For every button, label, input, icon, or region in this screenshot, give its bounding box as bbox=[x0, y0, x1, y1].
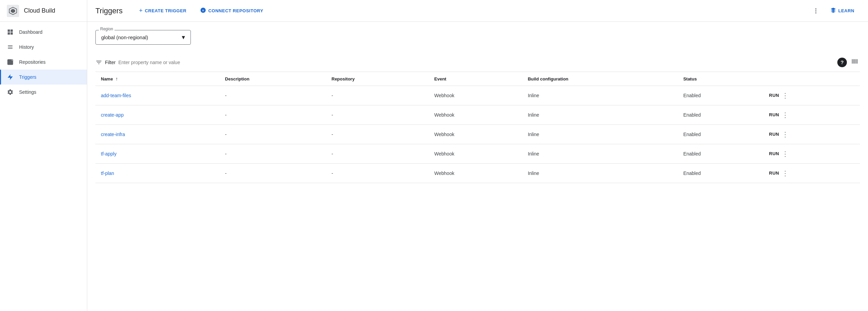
cell-description: - bbox=[219, 164, 326, 183]
sidebar-item-label-repos: Repositories bbox=[19, 59, 46, 65]
cell-event: Webhook bbox=[429, 125, 522, 144]
cell-status: Enabled bbox=[678, 164, 764, 183]
learn-button[interactable]: LEARN bbox=[825, 4, 860, 17]
cell-name: create-infra bbox=[95, 125, 219, 144]
cell-event: Webhook bbox=[429, 86, 522, 105]
svg-point-6 bbox=[815, 10, 816, 11]
history-icon bbox=[7, 44, 14, 50]
trigger-name-link[interactable]: add-team-files bbox=[101, 93, 131, 98]
table-row: create-infra - - Webhook Inline Enabled … bbox=[95, 125, 860, 144]
cell-status: Enabled bbox=[678, 86, 764, 105]
run-button[interactable]: RUN bbox=[769, 132, 779, 137]
cell-actions: RUN ⋮ bbox=[764, 125, 860, 144]
run-button[interactable]: RUN bbox=[769, 171, 779, 176]
dashboard-icon bbox=[7, 29, 14, 35]
cell-event: Webhook bbox=[429, 164, 522, 183]
cell-actions: RUN ⋮ bbox=[764, 105, 860, 125]
help-button[interactable]: ? bbox=[837, 58, 847, 67]
cell-build-config: Inline bbox=[522, 164, 678, 183]
plus-icon: + bbox=[139, 7, 143, 14]
sidebar-title: Cloud Build bbox=[24, 7, 55, 14]
svg-point-7 bbox=[815, 12, 816, 13]
sidebar: Cloud Build Dashboard History Repositori… bbox=[0, 0, 87, 311]
cell-repository: - bbox=[326, 105, 429, 125]
filter-input[interactable] bbox=[118, 60, 835, 65]
col-header-description: Description bbox=[219, 72, 326, 86]
cell-repository: - bbox=[326, 144, 429, 164]
filter-bar: Filter ? bbox=[95, 53, 860, 72]
main-content: Triggers + CREATE TRIGGER CONNECT REPOSI… bbox=[87, 0, 868, 311]
learn-label: LEARN bbox=[838, 8, 854, 13]
filter-icon bbox=[95, 59, 102, 66]
create-trigger-label: CREATE TRIGGER bbox=[145, 8, 186, 13]
filter-right: ? bbox=[837, 56, 860, 68]
sidebar-item-label-dashboard: Dashboard bbox=[19, 29, 43, 35]
trigger-name-link[interactable]: tf-apply bbox=[101, 151, 117, 157]
sidebar-item-settings[interactable]: Settings bbox=[0, 85, 87, 100]
row-more-button[interactable]: ⋮ bbox=[780, 149, 790, 159]
cell-description: - bbox=[219, 125, 326, 144]
cell-actions: RUN ⋮ bbox=[764, 164, 860, 183]
settings-icon bbox=[7, 89, 14, 95]
cell-description: - bbox=[219, 144, 326, 164]
sidebar-item-label-triggers: Triggers bbox=[19, 74, 36, 80]
svg-point-4 bbox=[10, 62, 11, 63]
cell-event: Webhook bbox=[429, 105, 522, 125]
row-more-button[interactable]: ⋮ bbox=[780, 168, 790, 178]
row-more-button[interactable]: ⋮ bbox=[780, 91, 790, 100]
connect-repository-button[interactable]: CONNECT REPOSITORY bbox=[195, 4, 269, 17]
topbar-actions: + CREATE TRIGGER CONNECT REPOSITORY bbox=[134, 4, 802, 17]
content-area: Region global (non-regional) ▼ Filter ? bbox=[87, 22, 868, 311]
topbar-right: LEARN bbox=[810, 4, 860, 17]
run-button[interactable]: RUN bbox=[769, 93, 779, 98]
row-more-button[interactable]: ⋮ bbox=[780, 110, 790, 120]
run-button[interactable]: RUN bbox=[769, 151, 779, 156]
cell-description: - bbox=[219, 86, 326, 105]
col-header-name[interactable]: Name ↑ bbox=[95, 72, 219, 86]
table-header-row: Name ↑ Description Repository Event Buil… bbox=[95, 72, 860, 86]
sidebar-nav: Dashboard History Repositories Triggers bbox=[0, 22, 87, 102]
row-more-button[interactable]: ⋮ bbox=[780, 130, 790, 139]
connect-repo-label: CONNECT REPOSITORY bbox=[208, 8, 263, 13]
trigger-name-link[interactable]: create-infra bbox=[101, 132, 125, 137]
cell-event: Webhook bbox=[429, 144, 522, 164]
table-row: tf-apply - - Webhook Inline Enabled RUN … bbox=[95, 144, 860, 164]
more-options-button[interactable] bbox=[810, 5, 822, 17]
sidebar-item-triggers[interactable]: Triggers bbox=[0, 70, 87, 85]
cloud-build-logo bbox=[7, 5, 19, 17]
region-select[interactable]: global (non-regional) bbox=[95, 30, 191, 45]
connect-repo-icon bbox=[200, 7, 206, 14]
triggers-table: Name ↑ Description Repository Event Buil… bbox=[95, 72, 860, 183]
cell-name: create-app bbox=[95, 105, 219, 125]
region-label: Region bbox=[99, 27, 115, 31]
table-row: tf-plan - - Webhook Inline Enabled RUN ⋮ bbox=[95, 164, 860, 183]
region-select-wrapper: Region global (non-regional) ▼ bbox=[95, 30, 191, 45]
run-button[interactable]: RUN bbox=[769, 112, 779, 117]
col-name-label: Name bbox=[101, 76, 113, 82]
cell-repository: - bbox=[326, 86, 429, 105]
cell-name: add-team-files bbox=[95, 86, 219, 105]
filter-label: Filter bbox=[105, 60, 116, 65]
sidebar-item-repositories[interactable]: Repositories bbox=[0, 55, 87, 70]
page-title: Triggers bbox=[95, 6, 123, 15]
column-toggle-button[interactable] bbox=[850, 56, 860, 68]
sidebar-item-dashboard[interactable]: Dashboard bbox=[0, 25, 87, 40]
triggers-icon bbox=[7, 74, 14, 80]
cell-build-config: Inline bbox=[522, 144, 678, 164]
cell-status: Enabled bbox=[678, 144, 764, 164]
trigger-name-link[interactable]: create-app bbox=[101, 112, 124, 118]
cell-status: Enabled bbox=[678, 105, 764, 125]
sidebar-header: Cloud Build bbox=[0, 0, 87, 22]
cell-repository: - bbox=[326, 164, 429, 183]
cell-build-config: Inline bbox=[522, 86, 678, 105]
create-trigger-button[interactable]: + CREATE TRIGGER bbox=[134, 4, 192, 17]
cell-status: Enabled bbox=[678, 125, 764, 144]
cell-build-config: Inline bbox=[522, 125, 678, 144]
trigger-name-link[interactable]: tf-plan bbox=[101, 171, 114, 176]
svg-point-5 bbox=[815, 8, 816, 9]
sidebar-item-history[interactable]: History bbox=[0, 40, 87, 55]
cell-actions: RUN ⋮ bbox=[764, 86, 860, 105]
cell-build-config: Inline bbox=[522, 105, 678, 125]
col-header-actions bbox=[764, 72, 860, 86]
topbar: Triggers + CREATE TRIGGER CONNECT REPOSI… bbox=[87, 0, 868, 22]
